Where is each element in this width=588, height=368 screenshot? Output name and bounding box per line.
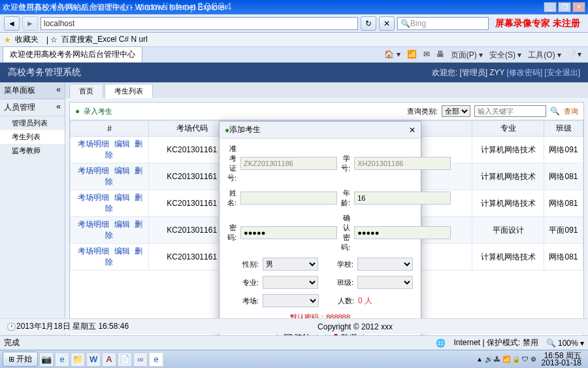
row-actions: 考场明细 编辑 删除 [71, 163, 149, 190]
search-engine-box[interactable]: 🔍 Bing [397, 17, 489, 30]
class-select[interactable] [357, 276, 413, 289]
cell-major: 计算机网络技术 [472, 163, 544, 190]
cell-class: 网络081 [544, 244, 583, 271]
row-link-1[interactable]: 编辑 [114, 246, 130, 256]
exam-room-select[interactable] [263, 294, 319, 307]
search-category-label: 查询类别: [407, 107, 438, 116]
browser-status-bar: 完成 🌐 Internet | 保护模式: 禁用 🔍 100% ▾ [0, 335, 588, 350]
refresh-button[interactable]: ↻ [361, 16, 376, 31]
col-actions: # [71, 121, 149, 137]
task-access[interactable]: A [102, 352, 116, 367]
taskbar: ⊞ 开始 📷 e 📁 W A 📄 ∞ e ▲ 🔊 🖧 📶 🔒 🛡 ⚙ 16:58… [0, 350, 588, 368]
row-link-1[interactable]: 编辑 [114, 166, 130, 175]
internet-icon: 🌐 [436, 339, 446, 348]
task-word[interactable]: W [86, 352, 101, 367]
password-field[interactable] [240, 226, 337, 239]
row-link-0[interactable]: 考场明细 [78, 246, 109, 256]
tab-student-list[interactable]: 考生列表 [105, 84, 153, 98]
confirm-password-field[interactable] [354, 226, 451, 239]
change-password-link[interactable]: [修改密码] [507, 68, 543, 77]
row-link-0[interactable]: 考场明细 [78, 166, 109, 175]
task-ie-running[interactable]: e [149, 352, 163, 367]
status-internet: Internet | 保护模式: 禁用 [453, 337, 538, 348]
cell-class: 网络091 [544, 137, 583, 163]
system-tray[interactable]: ▲ 🔊 🖧 📶 🔒 🛡 ⚙ [476, 356, 536, 363]
cell-major: 计算机网络技术 [472, 190, 544, 217]
sidebar-group-personnel[interactable]: 人员管理 « [0, 99, 65, 116]
window-titlebar: 欢迎使用高校考务网站后台管理中心 - Windows Internet Expl… [0, 0, 588, 14]
col-class: 班级 [544, 121, 583, 137]
people-count: 0 人 [358, 295, 413, 307]
row-actions: 考场明细 编辑 删除 [71, 217, 149, 244]
browser-nav-bar: ◄ ► localhost ↻ ✕ 🔍 Bing 屏幕录像专家 未注册 [0, 14, 588, 33]
app-title: 高校考务管理系统 [8, 67, 81, 78]
footer-datetime: 2013年1月18日 星期五 16:58:46 [16, 321, 129, 332]
row-link-0[interactable]: 考场明细 [78, 220, 109, 229]
exam-id-field[interactable] [240, 157, 337, 170]
name-field[interactable] [240, 192, 337, 205]
task-vs[interactable]: ∞ [133, 352, 148, 367]
print-icon[interactable]: 🖶 [436, 50, 444, 61]
copyright: Copyright © 2012 xxx [318, 322, 393, 331]
help-menu[interactable]: ❔▾ [568, 50, 581, 61]
task-explorer[interactable]: 📁 [71, 352, 85, 367]
major-select[interactable] [263, 276, 318, 289]
search-button[interactable]: 查询 [564, 107, 578, 116]
forward-button[interactable]: ► [22, 16, 38, 31]
favorites-icon[interactable]: ★ [4, 35, 11, 44]
clock-icon: 🕐 [7, 322, 16, 331]
close-button[interactable]: × [572, 2, 585, 12]
welcome-text: 欢迎您: [管理员] ZYY [修改密码] [安全退出] [432, 67, 580, 78]
sex-select[interactable]: 男 [263, 258, 318, 271]
school-select[interactable] [357, 258, 413, 271]
rss-icon[interactable]: 📶 [407, 50, 417, 61]
address-bar[interactable]: localhost [41, 17, 358, 30]
add-student-button[interactable]: 录入考生 [84, 107, 112, 116]
search-category-select[interactable]: 全部 [442, 105, 470, 117]
sidebar-item-student-list[interactable]: 考生列表 [0, 130, 65, 144]
app-footer: 🕐 2013年1月18日 星期五 16:58:46 Copyright © 20… [0, 318, 588, 334]
tab-home[interactable]: 首页 [69, 84, 103, 98]
task-ie[interactable]: e [55, 352, 69, 367]
age-field[interactable] [354, 192, 451, 205]
row-link-1[interactable]: 编辑 [114, 220, 130, 229]
dialog-title: 添加考生 [229, 124, 261, 135]
safety-menu[interactable]: 安全(S) ▾ [489, 50, 521, 61]
zoom-control[interactable]: 🔍 100% ▾ [546, 339, 584, 348]
minimize-button[interactable]: _ [544, 2, 557, 12]
search-icon: 🔍 [550, 107, 560, 116]
dialog-titlebar: ● 添加考生 ✕ [220, 122, 421, 139]
start-button[interactable]: ⊞ 开始 [3, 352, 38, 367]
browser-tab-bar: 欢迎使用高校考务网站后台管理中心 🏠 ▾ 📶 ✉ 🖶 页面(P) ▾ 安全(S)… [0, 47, 588, 63]
row-link-1[interactable]: 编辑 [114, 139, 130, 148]
favorites-label[interactable]: 收藏夹 [15, 34, 39, 45]
back-button[interactable]: ◄ [4, 16, 20, 31]
maximize-button[interactable]: ❐ [558, 2, 571, 12]
cell-major: 平面设计 [472, 217, 544, 244]
home-menu[interactable]: 🏠 ▾ [384, 50, 400, 61]
task-app-1[interactable]: 📷 [39, 352, 54, 367]
student-no-field[interactable] [354, 157, 451, 170]
watermark-url: https://www.huzhan.com/ishop30884 [20, 1, 233, 13]
sidebar-item-invigilator[interactable]: 监考教师 [0, 144, 65, 158]
browser-tools: 🏠 ▾ 📶 ✉ 🖶 页面(P) ▾ 安全(S) ▾ 工具(O) ▾ ❔▾ [380, 48, 585, 62]
task-app-2[interactable]: 📄 [118, 352, 132, 367]
cell-class: 网络081 [544, 163, 583, 190]
row-link-0[interactable]: 考场明细 [78, 193, 109, 202]
grid-toolbar: ● 录入考生 查询类别: 全部 🔍 查询 [70, 103, 583, 120]
search-input[interactable] [474, 105, 546, 117]
mail-icon[interactable]: ✉ [423, 50, 430, 61]
bookmark-item[interactable]: 百度搜索_Excel C# N url [61, 34, 147, 45]
tools-menu[interactable]: 工具(O) ▾ [528, 50, 561, 61]
sidebar-item-admin-list[interactable]: 管理员列表 [0, 116, 65, 130]
cell-major: 计算机网络技术 [472, 244, 544, 271]
collapse-sidebar-button[interactable]: « [56, 85, 61, 96]
dialog-close-button[interactable]: ✕ [409, 125, 416, 135]
browser-tab[interactable]: 欢迎使用高校考务网站后台管理中心 [3, 46, 142, 62]
row-link-0[interactable]: 考场明细 [78, 139, 109, 148]
row-link-1[interactable]: 编辑 [114, 193, 130, 202]
page-menu[interactable]: 页面(P) ▾ [451, 50, 483, 61]
taskbar-clock[interactable]: 16:58 周五 2013-01-18 [538, 352, 585, 367]
logout-link[interactable]: [安全退出] [544, 68, 580, 77]
stop-button[interactable]: ✕ [379, 16, 395, 31]
